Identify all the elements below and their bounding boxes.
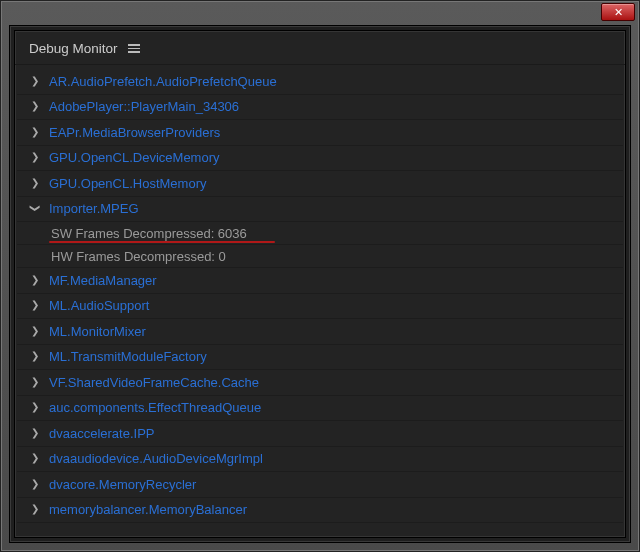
tree-item-label: dvaaccelerate.IPP xyxy=(43,426,155,441)
tree-item-label: AR.AudioPrefetch.AudioPrefetchQueue xyxy=(43,74,277,89)
tree-item-label: ML.TransmitModuleFactory xyxy=(43,349,207,364)
tree-item[interactable]: ❯dvacore.MemoryRecycler xyxy=(17,472,623,498)
tree-item-label: Importer.MPEG xyxy=(43,201,139,216)
chevron-right-icon: ❯ xyxy=(27,478,43,489)
chevron-down-icon: ❯ xyxy=(30,200,41,216)
panel-header: Debug Monitor xyxy=(15,31,625,65)
tree-item-label: auc.components.EffectThreadQueue xyxy=(43,400,261,415)
panel: Debug Monitor ❯AR.AudioPrefetch.AudioPre… xyxy=(14,30,626,538)
tree-child-item: SW Frames Decompressed: 6036 xyxy=(17,222,623,245)
close-button[interactable]: ✕ xyxy=(601,3,635,21)
tree-child-text: SW Frames Decompressed: 6036 xyxy=(51,226,247,241)
tree-item[interactable]: ❯AdobePlayer::PlayerMain_34306 xyxy=(17,95,623,121)
client-area: Debug Monitor ❯AR.AudioPrefetch.AudioPre… xyxy=(9,25,631,543)
tree-item-label: AdobePlayer::PlayerMain_34306 xyxy=(43,99,239,114)
chevron-right-icon: ❯ xyxy=(27,126,43,137)
chevron-right-icon: ❯ xyxy=(27,401,43,412)
annotation-underline xyxy=(49,241,275,243)
tree: ❯AR.AudioPrefetch.AudioPrefetchQueue❯Ado… xyxy=(15,65,625,525)
tree-item-label: VF.SharedVideoFrameCache.Cache xyxy=(43,375,259,390)
tree-item-label: ML.AudioSupport xyxy=(43,298,149,313)
tree-item-label: GPU.OpenCL.HostMemory xyxy=(43,176,207,191)
tree-item[interactable]: ❯MF.MediaManager xyxy=(17,268,623,294)
close-icon: ✕ xyxy=(614,6,623,19)
tree-item[interactable]: ❯dvaaccelerate.IPP xyxy=(17,421,623,447)
tree-item[interactable]: ❯ML.MonitorMixer xyxy=(17,319,623,345)
tree-item[interactable]: ❯VF.SharedVideoFrameCache.Cache xyxy=(17,370,623,396)
chevron-right-icon: ❯ xyxy=(27,427,43,438)
tree-item-label: GPU.OpenCL.DeviceMemory xyxy=(43,150,220,165)
tree-item[interactable]: ❯Importer.MPEG xyxy=(17,197,623,223)
tree-item-label: dvaaudiodevice.AudioDeviceMgrImpl xyxy=(43,451,263,466)
tree-child-text: HW Frames Decompressed: 0 xyxy=(51,249,226,264)
tree-item[interactable]: ❯dvaaudiodevice.AudioDeviceMgrImpl xyxy=(17,447,623,473)
app-window: ✕ Debug Monitor ❯AR.AudioPrefetch.AudioP… xyxy=(0,0,640,552)
tree-item[interactable]: ❯ML.AudioSupport xyxy=(17,294,623,320)
tree-item-label: ML.MonitorMixer xyxy=(43,324,146,339)
chevron-right-icon: ❯ xyxy=(27,299,43,310)
tree-item[interactable]: ❯AR.AudioPrefetch.AudioPrefetchQueue xyxy=(17,69,623,95)
chevron-right-icon: ❯ xyxy=(27,503,43,514)
chevron-right-icon: ❯ xyxy=(27,325,43,336)
chevron-right-icon: ❯ xyxy=(27,274,43,285)
tree-item[interactable]: ❯ML.TransmitModuleFactory xyxy=(17,345,623,371)
chevron-right-icon: ❯ xyxy=(27,177,43,188)
tree-item[interactable]: ❯auc.components.EffectThreadQueue xyxy=(17,396,623,422)
chevron-right-icon: ❯ xyxy=(27,151,43,162)
chevron-right-icon: ❯ xyxy=(27,452,43,463)
tree-item[interactable]: ❯memorybalancer.MemoryBalancer xyxy=(17,498,623,524)
tree-item[interactable]: ❯GPU.OpenCL.HostMemory xyxy=(17,171,623,197)
tree-item[interactable]: ❯EAPr.MediaBrowserProviders xyxy=(17,120,623,146)
chevron-right-icon: ❯ xyxy=(27,75,43,86)
titlebar: ✕ xyxy=(1,1,639,25)
tree-item[interactable]: ❯GPU.OpenCL.DeviceMemory xyxy=(17,146,623,172)
tree-item-label: memorybalancer.MemoryBalancer xyxy=(43,502,247,517)
tree-item-label: dvacore.MemoryRecycler xyxy=(43,477,196,492)
tree-child-item: HW Frames Decompressed: 0 xyxy=(17,245,623,268)
hamburger-icon[interactable] xyxy=(128,44,140,53)
tree-item-label: EAPr.MediaBrowserProviders xyxy=(43,125,220,140)
panel-title: Debug Monitor xyxy=(29,41,118,56)
tree-item-label: MF.MediaManager xyxy=(43,273,157,288)
chevron-right-icon: ❯ xyxy=(27,100,43,111)
chevron-right-icon: ❯ xyxy=(27,376,43,387)
chevron-right-icon: ❯ xyxy=(27,350,43,361)
